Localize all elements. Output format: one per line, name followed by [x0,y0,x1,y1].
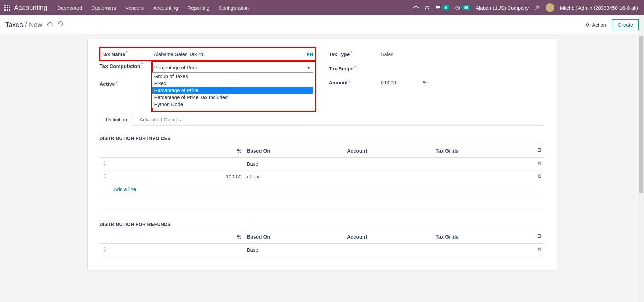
tax-scope-row: Tax Scope? [329,61,545,75]
columns-settings-icon[interactable] [536,234,542,240]
dist-refunds-title: DISTRIBUTION FOR REFUNDS [100,222,545,227]
tools-icon[interactable] [534,5,540,11]
drag-handle-icon[interactable] [100,170,110,183]
col-account[interactable]: Account [344,144,433,158]
delete-row-icon[interactable] [531,244,545,256]
breadcrumb-current: New [29,21,42,29]
col-pct[interactable]: % [110,144,244,158]
timer-count: 48 [462,5,470,10]
tax-computation-dropdown: Group of Taxes Fixed Percentage of Price… [152,72,313,108]
opt-python-code[interactable]: Python Code [152,101,313,108]
nav-accounting[interactable]: Accounting [149,3,182,13]
form-sheet: Tax Name? Alabama Sales Tax 4% EN Tax Co… [87,39,557,270]
svg-rect-4 [7,7,8,8]
breadcrumb: Taxes / New [5,21,42,29]
tab-definition[interactable]: Definition [100,113,134,126]
timer-icon[interactable]: 48 [455,5,470,11]
action-label: Action [592,22,606,28]
svg-rect-8 [9,9,10,11]
apps-icon[interactable] [3,3,12,12]
cell-account[interactable] [344,244,433,256]
company-switcher[interactable]: Alabama(US) Company [476,5,529,11]
cloud-save-icon[interactable] [47,21,53,28]
action-bar: Taxes / New Action Create [0,15,644,34]
col-based-on[interactable]: Based On [244,144,345,158]
tax-name-field[interactable]: Alabama Sales Tax 4% EN [154,51,313,57]
amount-row: Amount? 0.0000 % [329,76,545,89]
svg-rect-6 [4,9,6,11]
dist-invoices-title: DISTRIBUTION FOR INVOICES [100,136,545,141]
columns-settings-icon[interactable] [536,148,542,154]
cell-based-on[interactable]: Base [244,244,345,256]
tabs: Definition Advanced Options [100,113,545,126]
nav-vendors[interactable]: Vendors [121,3,148,13]
opt-percentage-of-price[interactable]: Percentage of Price [152,87,313,94]
tax-type-row: Tax Type? Sales [329,47,545,61]
drag-handle-icon[interactable] [100,158,110,170]
opt-fixed[interactable]: Fixed [152,80,313,87]
table-row[interactable]: 100.00 of tax [100,170,545,183]
svg-point-12 [540,150,541,151]
tax-computation-select[interactable]: Percentage of Price [152,63,313,72]
nav-reporting[interactable]: Reporting [183,3,213,13]
cell-account[interactable] [344,158,433,170]
col-tax-grids[interactable]: Tax Grids [433,144,531,158]
lang-tag[interactable]: EN [307,52,313,57]
nav-config[interactable]: Configuration [215,3,253,13]
active-label: Active? [100,81,152,87]
col-pct[interactable]: % [110,230,244,244]
avatar[interactable] [546,3,554,12]
opt-percentage-tax-included[interactable]: Percentage of Price Tax Included [152,94,313,101]
cell-tax-grids[interactable] [433,170,531,183]
messages-count: 5 [443,5,449,10]
opt-group-of-taxes[interactable]: Group of Taxes [152,73,313,80]
scroll-thumb[interactable] [639,36,643,193]
discard-icon[interactable] [58,21,64,28]
cell-pct[interactable] [110,244,244,256]
action-menu-button[interactable]: Action [585,22,606,28]
nav-customers[interactable]: Customers [87,3,120,13]
support-icon[interactable] [424,5,430,11]
svg-rect-1 [7,5,8,6]
cell-account[interactable] [344,170,433,183]
page-scrollbar[interactable] [639,15,644,284]
dist-invoices-table: % Based On Account Tax Grids [100,144,545,208]
drag-handle-icon[interactable] [100,244,110,256]
table-row[interactable]: Base [100,158,545,170]
breadcrumb-sep: / [25,21,27,29]
amount-unit: % [423,80,427,85]
messages-icon[interactable]: 5 [435,5,449,11]
tax-name-value: Alabama Sales Tax 4% [154,51,206,57]
col-tax-grids[interactable]: Tax Grids [433,230,531,244]
user-menu[interactable]: Mitchell Admin (20333450-16-0-all) [560,5,638,11]
delete-row-icon[interactable] [531,170,545,183]
cell-tax-grids[interactable] [433,158,531,170]
top-navbar: Accounting Dashboard Customers Vendors A… [0,0,644,15]
breadcrumb-root[interactable]: Taxes [5,21,23,29]
tax-name-row: Tax Name? Alabama Sales Tax 4% EN [100,47,315,61]
svg-rect-7 [7,9,8,11]
svg-rect-0 [4,5,6,6]
cell-pct[interactable]: 100.00 [110,170,244,183]
delete-row-icon[interactable] [531,158,545,170]
create-button[interactable]: Create [612,19,639,30]
tab-advanced[interactable]: Advanced Options [133,113,187,126]
svg-point-13 [538,151,539,152]
app-name[interactable]: Accounting [14,4,47,12]
col-based-on[interactable]: Based On [244,230,345,244]
nav-dashboard[interactable]: Dashboard [53,3,86,13]
tax-type-label: Tax Type? [329,51,381,57]
cell-based-on[interactable]: Base [244,158,345,170]
cell-based-on[interactable]: of tax [244,170,345,183]
bug-icon[interactable] [413,5,419,10]
col-account[interactable]: Account [344,230,433,244]
add-line-button[interactable]: Add a line [100,183,545,196]
tax-type-value[interactable]: Sales [381,51,545,57]
cell-pct[interactable] [110,158,244,170]
table-row[interactable]: Base [100,244,545,256]
amount-label: Amount? [329,79,381,85]
cell-tax-grids[interactable] [433,244,531,256]
amount-value[interactable]: 0.0000 [381,80,396,85]
tax-scope-label: Tax Scope? [329,65,381,71]
nav-right: 5 48 Alabama(US) Company Mitchell Admin … [413,3,641,12]
